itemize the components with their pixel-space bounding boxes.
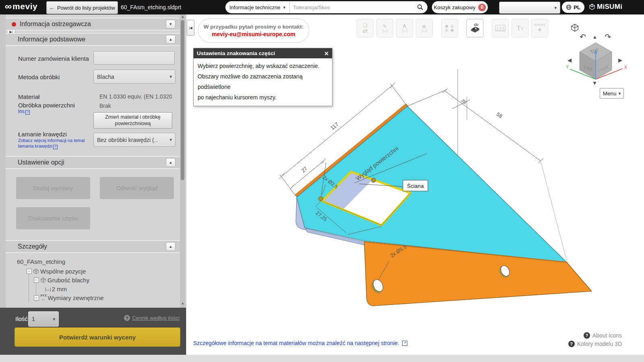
details-toggle-button[interactable]: ▲ [166,242,175,251]
tree-collapse-icon[interactable]: − [34,295,39,300]
details-section-header[interactable]: Szczegóły ▲ [6,240,180,253]
tree-node-label: Wspólne pozycje [40,268,86,275]
change-material-button[interactable]: Zmień materiał i obróbkę powierzchniową [93,112,172,129]
tree-connector [29,270,29,302]
external-link-icon: ↗ [402,341,407,346]
order-number-label: Numer zamówienia klienta [18,55,89,62]
tree-collapse-icon[interactable]: − [34,278,39,283]
confirm-quote-button[interactable]: Potwierdź warunki wyceny [14,327,180,347]
sidebar-scrollbar-thumb[interactable] [181,20,184,180]
about-icons-row: ? About icons [584,332,622,339]
add-dimensions-button[interactable]: Dodaj wymiary [16,177,90,199]
bottom-strip [0,355,644,362]
materials-info-row: Szczegółowe informacje na temat materiał… [193,340,407,346]
about-icons-link[interactable]: About icons [592,332,622,339]
etch-marker-dot[interactable] [319,197,323,201]
chevron-down-icon: ▾ [619,91,621,96]
rotate-left-icon[interactable]: ↶ [580,33,586,41]
meviy-logo-icon: ∞ [5,2,12,11]
colors-3d-link[interactable]: Kolory modelu 3D [577,341,622,347]
edge-break-select[interactable]: Bez obróbki krawędzi (… ▾ [93,133,175,147]
change-material-label: Zmień materiał i obróbkę powierzchniową [95,114,171,127]
edge-info-link-label: Zobacz więcej informacji na temat łamani… [18,138,85,148]
price-by-qty-row: ? Cennik według ilości [0,315,180,321]
arrow-up-icon[interactable]: ▲ [592,35,597,39]
arrow-down-icon[interactable]: ▼ [592,80,597,86]
chevron-down-icon: ▾ [169,137,172,142]
misumi-logo-text: MiSUMi [597,3,622,11]
options-section-header[interactable]: Ustawienie opcji ▲ [6,156,180,169]
method-value: Blacha [97,74,114,80]
search-input[interactable] [290,4,413,10]
face-label-text: Ściana [407,183,424,189]
misumi-cube-icon [589,4,595,10]
back-to-projects-button[interactable]: ← Powrót do listy projektów [46,1,118,14]
tree-node-common[interactable]: − Wspólne pozycje [27,268,86,275]
method-label: Metoda obróbki [18,74,60,80]
dimension-icon: |↔| [45,287,51,292]
tree-node-outer-dims[interactable]: − XYZ ↔ Wymiary zewnętrzne [34,294,104,301]
tree-root[interactable]: 60_FAsm_etching [17,258,65,265]
arrow-right-icon[interactable]: ▶ [618,58,622,63]
meviy-logo[interactable]: ∞ meviy [5,2,37,11]
surface-label: Obróbka powierzchni [18,102,75,109]
view-menu-button[interactable]: Menu ▾ [600,88,624,99]
y-axis-label: Y [566,65,569,69]
question-icon: ? [568,341,575,347]
basic-section-header[interactable]: Informacje podstawowe ▲ [6,33,180,46]
price-by-qty-link[interactable]: Cennik według ilości [132,315,180,321]
back-arrow-icon: ← [49,5,54,11]
rotate-right-icon[interactable]: ↷ [605,33,611,41]
basic-section-title: Informacje podstawowe [18,36,85,43]
arrow-left-icon[interactable]: ◀ [568,58,572,63]
scroll-down-icon[interactable]: ▼ [181,302,184,306]
tree-node-2mm[interactable]: |↔| 2 mm [45,286,67,292]
search-category-select[interactable]: Informacje techniczne ▾ [225,1,290,13]
warning-toggle-button[interactable]: ▼ [166,20,175,29]
view-menu-label: Menu [603,90,617,97]
back-button-label: Powrót do listy projektów [57,5,115,11]
tree-node-thickness[interactable]: − Grubość blachy [34,277,89,284]
misumi-logo: MiSUMi [589,3,622,11]
cart-label: Koszyk zakupowy [434,4,475,10]
options-section-title: Ustawienie opcji [18,159,64,166]
details-section-title: Szczegóły [18,243,47,250]
tree-collapse-icon[interactable]: − [27,269,32,274]
sidebar-left-strip [0,14,6,308]
invert-appearance-button[interactable]: Odwróć wygląd [100,177,174,199]
method-select[interactable]: Blacha ▾ [93,70,175,84]
warning-section-header[interactable]: Informacja ostrzegawcza ▼ [6,18,180,31]
cart-button[interactable]: Koszyk zakupowy 0 [432,1,488,13]
tree-node-label: 2 mm [52,286,67,292]
topbar: ∞ meviy ← Powrót do listy projektów 60_F… [0,0,644,14]
surface-value: Brak [99,103,111,109]
isometric-view-icon[interactable] [570,23,579,32]
language-button[interactable]: PL [562,2,584,13]
search-icon[interactable] [413,4,427,10]
topbar-empty-select[interactable]: ▾ [499,2,560,14]
tree-node-label: Wymiary zewnętrzne [48,294,104,301]
ins-link[interactable]: Ins↗ [18,109,30,115]
dim-58-label: 58 [495,111,504,119]
tree-node-label: Grubość blachy [47,277,89,284]
etch-marker-dot[interactable] [372,178,376,183]
external-link-icon: ↗ [25,110,30,115]
edge-break-value: Bez obróbki krawędzi (… [97,137,157,143]
search-bar: Informacje techniczne ▾ [225,1,427,13]
dim-27-label: 27 [300,165,309,174]
chevron-down-icon: ▾ [554,5,557,10]
basic-toggle-button[interactable]: ▲ [166,35,175,44]
part-marking-button[interactable]: Znakowanie części [16,207,90,229]
language-label: PL [574,4,580,10]
options-toggle-button[interactable]: ▲ [166,158,175,167]
edge-info-link[interactable]: Zobacz więcej informacji na temat łamani… [18,138,87,149]
order-number-input[interactable] [93,51,175,65]
globe-icon [566,4,572,10]
warning-red-dot-icon [12,22,16,27]
materials-info-link[interactable]: Szczegółowe informacje na temat materiał… [193,340,399,346]
scroll-up-icon[interactable]: ▲ [181,15,184,19]
ins-link-label: Ins [18,109,25,114]
colors-3d-row: ? Kolory modelu 3D [568,341,622,347]
cube-icon [40,277,46,283]
file-name: 60_FAsm_etching.sldprt [121,4,181,10]
